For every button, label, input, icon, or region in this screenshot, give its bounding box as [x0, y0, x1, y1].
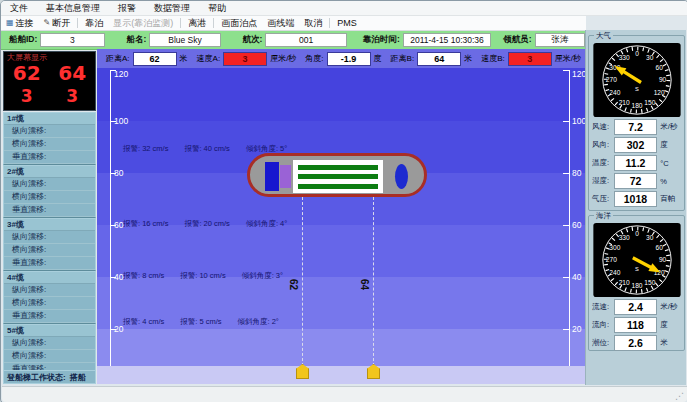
gauge-tick-label: 240	[609, 269, 620, 276]
cable-group-1: 1#缆 纵向漂移: 横向漂移: 垂直漂移:	[3, 112, 96, 165]
berthing-plot-area: 120 100 80 60 40 20 120 100 80 60 40 20 …	[97, 68, 585, 384]
speed-b-unit: 厘米/秒	[555, 53, 581, 64]
gangway-status-label: 登船梯工作状态:	[7, 372, 66, 383]
gauge-tick-label: 90	[658, 256, 666, 263]
menu-file[interactable]: 文件	[1, 2, 37, 15]
pilot-field[interactable]: 张涛	[535, 33, 585, 47]
gauge-south-label: S	[635, 86, 639, 92]
berth-time-field[interactable]: 2011-4-15 10:30:36	[403, 33, 491, 47]
ruler-tick	[563, 329, 569, 330]
gauge-tick-label: 30	[646, 234, 654, 241]
distance-b-label: 距离B:	[391, 53, 415, 64]
connect-button[interactable]: ▦ 连接	[1, 17, 39, 30]
toolbar-separator	[329, 18, 330, 28]
wind-direction-unit: 度	[660, 140, 681, 150]
axis-label: 60	[572, 220, 581, 230]
angle-label: 角度:	[305, 53, 323, 64]
measurement-bar: 距离A: 62 米 速度A: 3 厘米/秒 角度: -1.9 度 距离B: 64…	[97, 49, 585, 68]
temperature-unit: °C	[660, 159, 681, 168]
drift-row: 横向漂移:	[4, 244, 95, 257]
distance-a-value: 62	[133, 52, 177, 66]
show-berthing-monitor-button: 显示(靠泊监测)	[108, 17, 178, 30]
departure-button[interactable]: 离港	[183, 17, 211, 30]
wind-direction-label: 风向:	[592, 140, 614, 150]
speed-a-unit: 厘米/秒	[270, 53, 296, 64]
menu-data[interactable]: 数据管理	[145, 2, 199, 15]
menu-help[interactable]: 帮助	[199, 2, 235, 15]
alarm-tilt: 倾斜角度: 3°	[242, 271, 283, 281]
speed-b-readout: 3	[66, 86, 78, 106]
berth-button[interactable]: 靠泊	[80, 17, 108, 30]
gauge-tick-label: 60	[655, 64, 663, 71]
voyage-field[interactable]: 001	[265, 33, 347, 47]
draw-line-end-button[interactable]: 画线端	[262, 17, 299, 30]
toolbar-separator	[180, 18, 181, 28]
current-speed-value: 2.4	[614, 299, 658, 315]
gauge-tick-label: 150	[644, 279, 655, 286]
atmosphere-title: 大气	[594, 31, 613, 41]
cable-group-title: 3#缆	[4, 219, 95, 231]
ship-name-field[interactable]: Blue Sky	[149, 33, 220, 47]
cargo-hatch	[298, 184, 378, 189]
ship-info-bar: 船舶ID: 3 船名: Blue Sky 航次: 001 靠泊时间: 2011-…	[1, 31, 585, 50]
alarm-speed-a: 报警: 16 cm/s	[123, 219, 168, 229]
alarm-speed-b: 报警: 20 cm/s	[184, 219, 229, 229]
ship-graphic	[247, 153, 427, 197]
berth-time-label: 靠泊时间:	[363, 34, 400, 46]
cable-group-title: 4#缆	[4, 272, 95, 284]
right-depth-ruler	[569, 70, 570, 366]
pressure-unit: 百帕	[660, 194, 681, 204]
left-depth-ruler	[110, 70, 111, 366]
gauge-tick-label: 330	[618, 54, 629, 61]
ship-bridge-block	[265, 162, 279, 191]
axis-label: 120	[572, 69, 585, 79]
humidity-value: 72	[614, 173, 658, 189]
angle-unit: 度	[374, 53, 382, 64]
screen-berth-point-button[interactable]: 画面泊点	[216, 17, 262, 30]
distance-line-a-label: 62	[288, 279, 299, 290]
gauge-tick-label: 300	[609, 244, 620, 251]
wind-direction-value: 302	[614, 137, 658, 153]
voyage-label: 航次:	[243, 34, 263, 46]
ocean-title: 海洋	[594, 211, 613, 221]
ocean-group: 海洋 0 30 60 90 120 150 180 210 240 270 30…	[588, 215, 685, 351]
drift-row: 垂直漂移:	[4, 151, 95, 164]
alarm-threshold-row: 报警: 32 cm/s 报警: 40 cm/s 倾斜角度: 5°	[123, 144, 287, 154]
axis-label: 20	[572, 324, 581, 334]
ship-id-field[interactable]: 3	[40, 33, 104, 47]
distance-line-b-label: 64	[359, 279, 370, 290]
drift-row: 横向漂移:	[4, 297, 95, 310]
pressure-label: 气压:	[592, 194, 614, 204]
wind-speed-row: 风速: 7.2 米/秒	[592, 119, 681, 135]
gauge-tick-label: 90	[658, 76, 666, 83]
pms-button[interactable]: PMS	[332, 18, 362, 28]
connect-icon: ▦	[6, 19, 14, 27]
drift-row: 纵向漂移:	[4, 337, 95, 350]
distance-line-b	[373, 197, 374, 366]
gauge-tick-label: 180	[631, 102, 642, 109]
tide-level-unit: 米	[660, 338, 681, 348]
cable-group-3: 3#缆 纵向漂移: 横向漂移: 垂直漂移:	[3, 218, 96, 271]
drift-row: 垂直漂移:	[4, 204, 95, 217]
depth-band	[97, 225, 585, 277]
toolbar-separator	[77, 18, 78, 28]
tide-level-label: 潮位:	[592, 338, 614, 348]
menu-alarm[interactable]: 报警	[109, 2, 145, 15]
menu-basic-info[interactable]: 基本信息管理	[37, 2, 109, 15]
cancel-button[interactable]: 取消	[299, 17, 327, 30]
distance-a-unit: 米	[180, 53, 188, 64]
ship-deckhouse-block	[280, 165, 291, 188]
cable-group-2: 2#缆 纵向漂移: 横向漂移: 垂直漂移:	[3, 165, 96, 218]
temperature-value: 11.2	[614, 155, 658, 171]
axis-label: 100	[114, 116, 128, 126]
cable-group-title: 2#缆	[4, 166, 95, 178]
drift-row: 垂直漂移:	[4, 257, 95, 270]
distance-readouts: 62 64	[4, 61, 95, 85]
cargo-hatch	[298, 165, 378, 170]
depth-band	[97, 68, 585, 121]
disconnect-button[interactable]: ✎ 断开	[39, 17, 76, 30]
ship-id-label: 船舶ID:	[9, 34, 37, 46]
alarm-speed-b: 报警: 10 cm/s	[180, 271, 225, 281]
alarm-speed-a: 报警: 32 cm/s	[123, 144, 168, 154]
resize-grip[interactable]: ⋰	[675, 391, 684, 401]
